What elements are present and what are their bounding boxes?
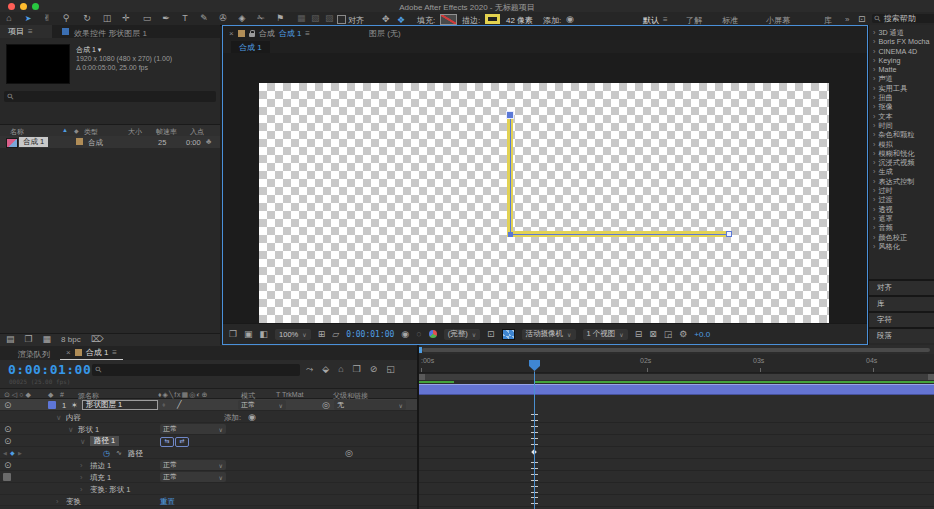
panel-menu-icon[interactable] [112,348,117,357]
effect-category-item[interactable]: 实用工具 [869,84,934,93]
group-row-contents[interactable]: ∨ 内容 添加: ◉ [0,411,417,423]
layer-label-color[interactable] [48,401,56,409]
path-direction-icon[interactable]: ⇆ [160,437,174,447]
help-search-box[interactable]: ⚲ 搜索帮助 [872,14,934,23]
clone-stamp-tool[interactable]: ✇ [216,14,230,23]
new-folder-icon[interactable]: ❐ [25,335,33,344]
effect-category-item[interactable]: 过渡 [869,195,934,204]
group-row-transform[interactable]: › 变换 重置 [0,495,417,506]
resolution-dropdown[interactable]: (完整) [444,329,480,340]
comp-info-title[interactable]: 合成 1 ▾ [76,45,101,55]
region-of-interest-icon[interactable]: ⊡ [487,330,495,339]
eye-icon[interactable]: ⊙ [4,461,12,470]
graph-include-icon[interactable]: ∿ [116,449,122,456]
draft-3d-icon[interactable]: ⬙ [322,365,329,374]
camera-tool[interactable]: ◫ [100,14,114,23]
workspace-overflow-chevron[interactable]: » [845,15,849,24]
pen-tool[interactable]: ✒ [159,14,173,23]
parent-pickwhip-icon[interactable]: ◎ [322,401,330,410]
workspace-switcher-icon[interactable]: ⊡ [858,15,866,24]
selection-tool[interactable]: ➤ [21,14,35,23]
mini-flowchart-icon[interactable]: ⤳ [306,365,313,374]
quality-switch-icon[interactable]: ╱ [177,400,182,409]
fill-blend-mode-dropdown[interactable]: 正常 [160,472,226,482]
layer-name-field[interactable]: 形状图层 1 [82,400,158,410]
project-bit-depth[interactable]: 8 bpc [61,335,81,344]
collapsed-panel-header[interactable]: 对齐 [869,279,934,295]
current-timecode[interactable]: 0:00:01:00 [8,362,91,377]
primary-viewer-icon[interactable]: ▣ [244,330,253,339]
navigator-start-handle[interactable] [419,347,422,353]
graph-editor-icon[interactable]: ◱ [386,365,395,374]
group-row-stroke-1[interactable]: ⊙ › 描边 1 正常 [0,459,417,471]
fast-previews-icon[interactable]: ⊠ [649,330,657,339]
magnification-dropdown[interactable]: 100% [275,329,311,340]
effect-category-item[interactable]: Matte [869,65,934,74]
eye-icon[interactable]: ⊙ [4,437,12,446]
layer-blend-mode-dropdown[interactable]: 正常 [238,400,286,410]
timeline-search-field[interactable]: ⚲ [92,364,300,376]
path-vertex-selected[interactable] [506,111,514,119]
effect-category-item[interactable]: 文本 [869,112,934,121]
add-shape-icon[interactable]: ◉ [566,15,574,24]
grid-guides-icon[interactable]: ⊞ [318,330,326,339]
eye-icon[interactable]: ⊙ [4,401,12,410]
show-channels-icon[interactable] [429,330,437,338]
caret-open-icon[interactable]: ∨ [80,437,86,446]
add-property-icon[interactable]: ◉ [248,413,256,422]
active-camera-dropdown[interactable]: 活动摄像机 [522,329,576,340]
viewer-comp-name[interactable]: 合成 1 [279,28,302,39]
home-tool[interactable]: ⌂ [2,14,16,23]
label-color-swatch[interactable] [76,138,83,145]
label-column-icon[interactable]: ◆ [74,127,79,134]
group-row-path-1[interactable]: ⊙ ∨ 路径 1 ⇆ ⇄ [0,435,417,447]
collapsed-panel-header[interactable]: 段落 [869,327,934,343]
parent-link-dropdown[interactable]: 无 [334,400,406,410]
caret-closed-icon[interactable]: › [80,473,83,482]
path-vertex-end[interactable] [726,231,732,237]
fill-color-swatch[interactable] [440,14,457,25]
effect-category-item[interactable]: 时间 [869,121,934,130]
stroke-color-swatch[interactable] [485,14,500,24]
flowchart-icon[interactable]: ⚙ [679,330,687,339]
brush-tool[interactable]: ✎ [197,14,211,23]
tab-render-queue[interactable]: 渲染队列 [18,349,50,360]
time-ruler[interactable]: :00s 02s 03s 04s [419,354,934,373]
sort-ascending-icon[interactable]: ▲ [62,127,68,133]
effect-category-item[interactable]: 3D 通道 [869,28,934,37]
effect-category-item[interactable]: 沉浸式视频 [869,158,934,167]
hand-tool[interactable]: ✌ [40,14,54,23]
mask-visibility-icon[interactable]: ✥ [382,15,390,24]
group-row-shape-1[interactable]: ⊙ ∨ 形状 1 正常 [0,423,417,435]
transparency-grid-icon[interactable] [502,329,515,340]
shape-blend-mode-dropdown[interactable]: 正常 [160,424,226,434]
caret-open-icon[interactable]: ∨ [56,413,62,422]
group-row-fill-1[interactable]: › 填充 1 正常 [0,471,417,483]
share-view-icon[interactable]: ◧ [260,330,269,339]
effect-category-item[interactable]: 扭曲 [869,93,934,102]
previous-keyframe-icon[interactable]: ◀ [3,450,7,456]
pan-behind-tool[interactable]: ✛ [119,14,133,23]
zoom-tool[interactable]: ⚲ [59,14,73,23]
shape-tool[interactable]: ▭ [140,14,154,23]
exposure-value[interactable]: +0.0 [694,330,710,339]
eraser-tool[interactable]: ◈ [235,14,249,23]
visibility-toggle-box[interactable] [3,473,11,481]
interpret-footage-icon[interactable]: ▤ [6,335,15,344]
property-row-path[interactable]: ◀ ◆ ▶ ◷ ∿ 路径 ◎ [0,447,417,459]
group-row-transform-shape-1[interactable]: › 变换: 形状 1 [0,483,417,495]
new-composition-icon[interactable]: ▦ [43,335,52,344]
eye-icon[interactable]: ⊙ [4,425,12,434]
roto-brush-tool[interactable]: ✁ [254,14,268,23]
effect-category-item[interactable]: 生成 [869,167,934,176]
caret-closed-icon[interactable]: › [80,461,83,470]
effect-category-item[interactable]: Boris FX Mocha [869,37,934,46]
expression-icon[interactable]: ◎ [345,449,353,458]
snapshot-icon[interactable]: ◉ [401,330,409,339]
effect-category-item[interactable]: 声道 [869,74,934,83]
work-area-bar[interactable] [419,373,934,380]
mask-visibility-icon[interactable]: ▱ [332,330,339,339]
motion-blur-icon[interactable]: ⊘ [370,365,378,374]
tab-layer-viewer[interactable]: 图层 (无) [369,28,401,39]
caret-open-icon[interactable]: ∨ [68,425,74,434]
